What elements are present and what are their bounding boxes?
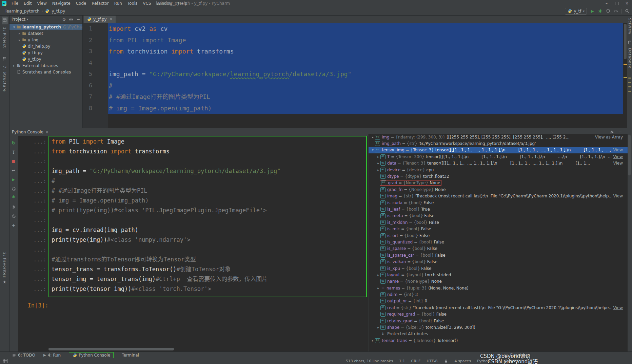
project-item-dir-help-py[interactable]: dir_help.py — [9, 43, 82, 49]
menu-file[interactable]: File — [9, 1, 21, 6]
maximize-button[interactable] — [612, 0, 622, 7]
run-tool-button[interactable]: ▶ 4: Run — [43, 353, 61, 358]
menu-run[interactable]: Run — [112, 1, 125, 6]
special-variables-button[interactable]: * — [11, 195, 16, 201]
menu-refactor[interactable]: Refactor — [89, 1, 111, 6]
project-item-learning-pytorch[interactable]: ▾learning_pytorchG:\PyCharm\works — [9, 24, 82, 30]
caret-position[interactable]: 1:1 — [399, 359, 405, 363]
line-separator[interactable]: CRLF — [411, 359, 421, 363]
sciview-stripe-label[interactable]: SciView — [628, 18, 632, 35]
twisty-icon[interactable]: ▸ — [17, 38, 22, 42]
variable-row-is_mlc[interactable]: 01is_mlc = {bool} False — [369, 226, 628, 232]
variable-row-requires_grad[interactable]: 01requires_grad = {bool} False — [369, 311, 628, 318]
console-line[interactable]: img = cv.imread(img_path) — [52, 225, 366, 235]
project-stripe-label[interactable]: 1: Project — [2, 27, 7, 48]
variable-row-grad[interactable]: 01grad = {NoneType} None — [369, 180, 628, 186]
debug-button[interactable] — [598, 9, 603, 14]
console-tab[interactable]: Python Console — [12, 130, 43, 134]
close-icon[interactable]: × — [45, 130, 48, 134]
rerun-button[interactable]: ↻ — [11, 140, 16, 146]
project-item-external-libraries[interactable]: ▸External Libraries — [9, 62, 82, 69]
gear-icon[interactable] — [69, 17, 74, 22]
console-line[interactable]: img_path = "G:/PyCharm/workspace/learnin… — [52, 166, 366, 176]
variable-row-retains_grad[interactable]: 01retains_grad = {bool} False — [369, 318, 628, 324]
run-button[interactable]: ▶ — [590, 9, 595, 14]
variable-row-output_nr[interactable]: 01output_nr = {int} 0 — [369, 298, 628, 304]
view-link[interactable]: View — [613, 148, 628, 152]
breadcrumb-project[interactable]: learning_pytorch — [5, 9, 40, 14]
twisty-icon[interactable]: ▸ — [376, 168, 380, 172]
variable-row-is_cuda[interactable]: 01is_cuda = {bool} False — [369, 199, 628, 206]
soft-wrap-button[interactable]: ↩ — [11, 167, 16, 173]
variable-row-is_vulkan[interactable]: 01is_vulkan = {bool} False — [369, 258, 628, 265]
console-line[interactable]: # — [52, 176, 366, 186]
code-line[interactable]: # #通过Image打开的图片类型为PIL — [108, 91, 623, 103]
breadcrumb-file[interactable]: y_tf.py — [52, 9, 65, 14]
profiler-button[interactable] — [613, 9, 618, 14]
console-line[interactable] — [52, 215, 366, 225]
new-console-button[interactable]: + — [11, 222, 16, 228]
variable-row-imag[interactable]: 01imag = {str} 'Traceback (most recent c… — [369, 193, 628, 199]
console-line[interactable]: # print(type(img))#<class 'PIL.JpegImage… — [52, 206, 366, 215]
view-link[interactable]: View — [613, 194, 628, 198]
variable-row-grad_fn[interactable]: 01grad_fn = {NoneType} None — [369, 186, 628, 193]
variable-row-is_quantized[interactable]: 01is_quantized = {bool} False — [369, 239, 628, 245]
variable-row-tensor_trans[interactable]: ▸01tensor_trans = {ToTensor} ToTensor() — [369, 337, 628, 344]
variable-row-is_xpu[interactable]: 01is_xpu = {bool} False — [369, 265, 628, 272]
console-line[interactable]: tensor_trans = transforms.ToTensor()#创建T… — [52, 264, 366, 274]
console-line[interactable]: from PIL import Image — [52, 137, 366, 147]
variable-row-layout[interactable]: ▸01layout = {layout} torch.strided — [369, 272, 628, 278]
scroll-end-button[interactable]: ↧ — [11, 149, 16, 155]
close-icon[interactable]: × — [110, 17, 113, 21]
favorites-tool-button[interactable]: 2: Favorites ★ — [2, 252, 7, 284]
twisty-icon[interactable]: ▸ — [376, 155, 380, 158]
console-line[interactable]: # img = Image.open(img_path) — [52, 196, 366, 206]
project-item-y-log[interactable]: ▸y_log — [9, 37, 82, 43]
lock-icon[interactable] — [443, 359, 448, 364]
console-line[interactable]: # #通过Image打开的图片类型为PIL — [52, 186, 366, 196]
view-link[interactable]: View — [613, 305, 628, 310]
variable-row-img[interactable]: ▸01img = {ndarray: (299, 300, 3)} [[[255… — [369, 134, 628, 140]
variable-row-data[interactable]: ▸01data = {Tensor: 3} tensor([[[1., 1., … — [369, 160, 628, 167]
variable-row-is_sparse_csr[interactable]: 01is_sparse_csr = {bool} False — [369, 252, 628, 258]
stop-button[interactable]: ■ — [11, 158, 16, 164]
run-configuration-select[interactable]: y_tf ▾ — [565, 8, 587, 15]
view-link[interactable]: View as Array — [595, 135, 628, 140]
project-item-scratches-and-consoles[interactable]: Scratches and Consoles — [9, 69, 82, 75]
variable-row-t[interactable]: ▸01T = {Tensor: 300} tensor([[[1., 1., 1… — [369, 153, 628, 160]
code-line[interactable]: from PIL import Image — [108, 35, 623, 46]
database-stripe-label[interactable]: Database — [628, 48, 632, 69]
variable-row-is_meta[interactable]: 01is_meta = {bool} False — [369, 213, 628, 219]
execute-button[interactable]: ▶ — [11, 176, 16, 183]
variable-row-is_ort[interactable]: 01is_ort = {bool} False — [369, 232, 628, 239]
variable-row-shape[interactable]: ▸01shape = {Size: 3} torch.Size([3, 299,… — [369, 324, 628, 330]
minimize-button[interactable]: – — [601, 0, 612, 7]
twisty-icon[interactable]: ▸ — [376, 286, 380, 290]
view-link[interactable]: View — [613, 154, 628, 159]
variable-row-protected-attributes[interactable]: ↕Protected Attributes — [369, 331, 628, 337]
variables-scrollbar[interactable] — [628, 135, 631, 175]
search-everywhere-button[interactable] — [625, 9, 629, 14]
close-button[interactable]: × — [622, 0, 632, 7]
code-line[interactable] — [108, 57, 623, 69]
variable-row-is_mkldnn[interactable]: 01is_mkldnn = {bool} False — [369, 219, 628, 226]
console-code[interactable]: from PIL import Imagefrom torchvision im… — [49, 136, 366, 294]
twisty-icon[interactable]: ▸ — [376, 273, 380, 277]
console-line[interactable]: from torchvision import transforms — [52, 147, 366, 156]
structure-tool-button[interactable] — [2, 55, 8, 63]
project-panel-title[interactable]: Project — [12, 17, 25, 22]
settings-button[interactable] — [11, 204, 16, 210]
console-line[interactable]: print(type(tensor_img))#<class 'torch.Te… — [52, 284, 366, 294]
menu-navigate[interactable]: Navigate — [50, 1, 73, 6]
console-horizontal-scrollbar[interactable] — [48, 348, 174, 350]
menu-code[interactable]: Code — [73, 1, 89, 6]
twisty-icon[interactable]: ▸ — [376, 326, 380, 329]
editor-tab-y_tf[interactable]: y_tf.py × — [84, 15, 116, 23]
toolwindow-grid-icon[interactable] — [3, 359, 7, 364]
code-line[interactable]: import cv2 as cv — [108, 23, 623, 35]
indent-info[interactable]: 4 spaces — [454, 359, 471, 363]
menu-edit[interactable]: Edit — [21, 1, 34, 6]
console-input-area[interactable]: from PIL import Imagefrom torchvision im… — [48, 136, 367, 297]
variable-row-is_sparse[interactable]: 01is_sparse = {bool} False — [369, 245, 628, 252]
scrollbar-thumb[interactable] — [624, 24, 627, 59]
